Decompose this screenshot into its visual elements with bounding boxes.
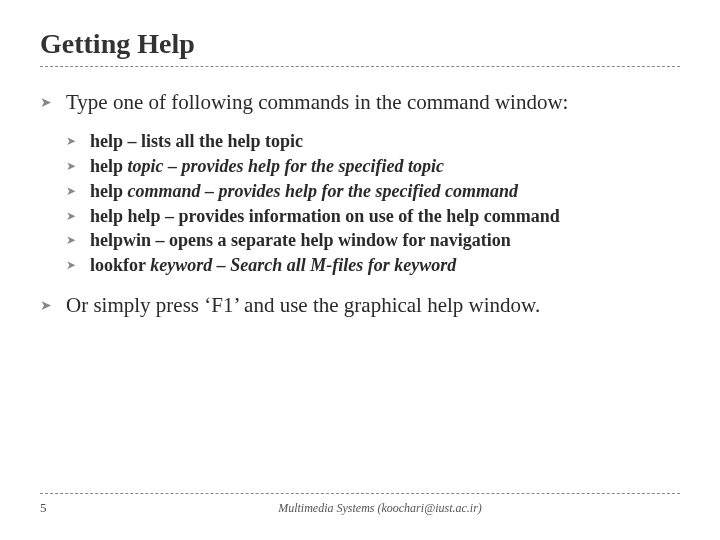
sub-text: lookfor keyword – Search all M-files for… [90, 254, 456, 278]
bullet-icon: ➤ [40, 292, 66, 313]
sub-list: ➤help – lists all the help topic➤help to… [40, 130, 680, 278]
sub-item: ➤help topic – provides help for the spec… [66, 155, 680, 179]
footer: 5 Multimedia Systems (koochari@iust.ac.i… [40, 493, 680, 516]
bullet-icon: ➤ [40, 89, 66, 110]
bullet-icon: ➤ [66, 229, 90, 247]
bullet-icon: ➤ [66, 180, 90, 198]
sub-item: ➤help – lists all the help topic [66, 130, 680, 154]
sub-text: helpwin – opens a separate help window f… [90, 229, 511, 253]
bullet-icon: ➤ [66, 155, 90, 173]
bullet-icon: ➤ [66, 205, 90, 223]
sub-item: ➤help help – provides information on use… [66, 205, 680, 229]
bullet-icon: ➤ [66, 254, 90, 272]
sub-text: help help – provides information on use … [90, 205, 560, 229]
bullet-icon: ➤ [66, 130, 90, 148]
bullet-text: Type one of following commands in the co… [66, 89, 568, 116]
sub-item: ➤lookfor keyword – Search all M-files fo… [66, 254, 680, 278]
sub-item: ➤helpwin – opens a separate help window … [66, 229, 680, 253]
bullet-item: ➤Type one of following commands in the c… [40, 89, 680, 116]
title-divider [40, 66, 680, 67]
footer-text: Multimedia Systems (koochari@iust.ac.ir) [80, 501, 680, 516]
sub-text: help – lists all the help topic [90, 130, 303, 154]
page-number: 5 [40, 500, 80, 516]
content-area: ➤Type one of following commands in the c… [40, 89, 680, 319]
slide-title: Getting Help [40, 28, 680, 60]
sub-text: help command – provides help for the spe… [90, 180, 518, 204]
bullet-item: ➤Or simply press ‘F1’ and use the graphi… [40, 292, 680, 319]
sub-text: help topic – provides help for the speci… [90, 155, 444, 179]
sub-item: ➤help command – provides help for the sp… [66, 180, 680, 204]
bullet-text: Or simply press ‘F1’ and use the graphic… [66, 292, 540, 319]
